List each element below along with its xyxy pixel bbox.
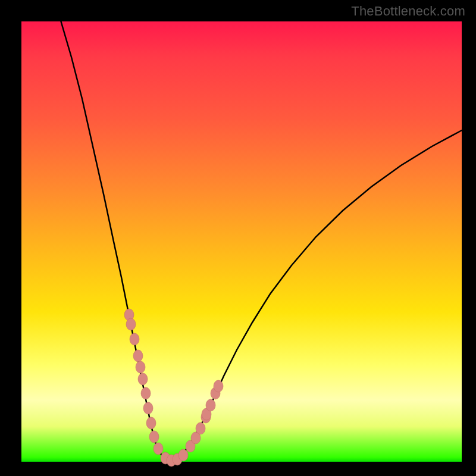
watermark-text: TheBottleneck.com [351, 4, 465, 19]
data-marker [146, 417, 156, 429]
data-marker [206, 399, 215, 411]
data-marker [143, 402, 153, 414]
marker-group [124, 309, 223, 466]
chart-frame: TheBottleneck.com [0, 0, 476, 476]
data-marker [149, 431, 159, 443]
data-marker [178, 449, 188, 461]
data-marker [214, 380, 223, 392]
data-marker [130, 333, 139, 345]
data-marker [154, 443, 163, 455]
plot-area [21, 21, 462, 462]
data-marker [141, 387, 151, 399]
data-marker [196, 422, 205, 434]
curve-right [170, 130, 463, 461]
chart-svg [21, 21, 462, 462]
data-marker [133, 350, 143, 362]
data-marker [126, 318, 136, 330]
curve-left [60, 18, 170, 461]
data-marker [136, 361, 145, 373]
data-marker [138, 373, 148, 385]
